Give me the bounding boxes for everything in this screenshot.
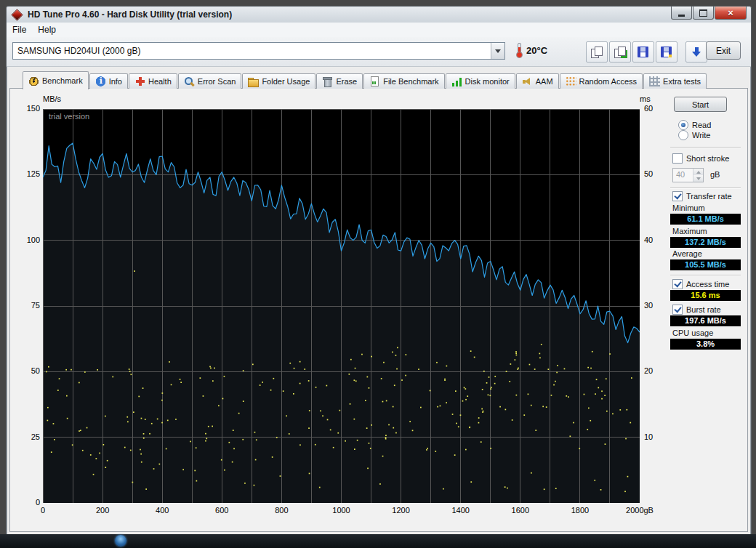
thermometer-icon bbox=[515, 43, 523, 58]
maximize-button[interactable] bbox=[693, 7, 714, 20]
aam-icon bbox=[522, 76, 533, 86]
window-controls: × bbox=[670, 7, 747, 20]
save-add-icon bbox=[660, 46, 673, 59]
average-value: 105.5 MB/s bbox=[670, 259, 741, 270]
tab-label: File Benchmark bbox=[383, 77, 438, 86]
access-time-label: Access time bbox=[686, 280, 729, 289]
tab-benchmark[interactable]: Benchmark bbox=[23, 71, 89, 89]
combo-dropdown-button[interactable] bbox=[491, 43, 504, 59]
write-radio-label: Write bbox=[692, 131, 710, 140]
menu-file[interactable]: File bbox=[7, 23, 32, 36]
app-icon bbox=[11, 9, 23, 21]
right-axis-tick: 20 bbox=[644, 366, 653, 375]
start-orb[interactable] bbox=[115, 535, 126, 547]
average-label: Average bbox=[672, 249, 702, 258]
transfer-rate-checkbox[interactable]: Transfer rate bbox=[672, 191, 732, 201]
tab-health[interactable]: Health bbox=[129, 73, 177, 89]
left-axis-tick: 75 bbox=[10, 301, 40, 310]
x-axis-tick: 0 bbox=[41, 506, 45, 515]
random-access-icon bbox=[566, 76, 576, 86]
file-benchmark-icon bbox=[369, 76, 380, 86]
spinner-down-button[interactable] bbox=[693, 175, 703, 182]
extra-tests-icon bbox=[649, 76, 660, 86]
export-button[interactable] bbox=[685, 41, 707, 63]
tab-label: Erase bbox=[336, 77, 357, 86]
tab-info[interactable]: Info bbox=[89, 73, 128, 89]
x-axis-tick: 1600 bbox=[512, 506, 529, 515]
chart-canvas bbox=[43, 109, 640, 503]
tab-error-scan[interactable]: Error Scan bbox=[178, 73, 242, 89]
burst-rate-checkbox[interactable]: Burst rate bbox=[672, 305, 721, 315]
toolbar-buttons bbox=[586, 41, 709, 63]
checkbox-icon bbox=[672, 305, 683, 315]
short-stroke-checkbox[interactable]: Short stroke bbox=[672, 153, 729, 164]
start-button[interactable]: Start bbox=[674, 97, 727, 112]
menu-help[interactable]: Help bbox=[32, 23, 62, 36]
tab-label: Error Scan bbox=[198, 77, 236, 86]
left-axis-tick: 150 bbox=[10, 104, 40, 113]
drive-select[interactable]: SAMSUNG HD204UI (2000 gB) bbox=[12, 42, 505, 60]
close-button[interactable]: × bbox=[715, 7, 747, 20]
access-time-checkbox[interactable]: Access time bbox=[672, 279, 729, 289]
write-radio[interactable]: Write bbox=[678, 130, 710, 140]
tab-folder-usage[interactable]: Folder Usage bbox=[242, 73, 315, 89]
trial-watermark: trial version bbox=[49, 112, 89, 121]
window-title: HD Tune Pro 4.60 - Hard Disk Utility (tr… bbox=[28, 9, 232, 20]
checkbox-icon bbox=[672, 191, 683, 201]
maximize-icon bbox=[699, 9, 707, 17]
left-axis-tick: 0 bbox=[10, 498, 40, 507]
toolbar: SAMSUNG HD204UI (2000 gB) 20°C Exit bbox=[7, 37, 751, 67]
tab-label: Disk monitor bbox=[465, 77, 510, 86]
right-axis-tick: 60 bbox=[644, 104, 653, 113]
burst-rate-value: 197.6 MB/s bbox=[670, 315, 741, 326]
minimum-value: 61.1 MB/s bbox=[670, 214, 741, 225]
tab-random-access[interactable]: Random Access bbox=[560, 73, 643, 89]
separator bbox=[670, 275, 741, 276]
right-axis-tick: 40 bbox=[644, 235, 653, 244]
minimize-icon bbox=[678, 15, 685, 17]
x-axis-tick: 200 bbox=[96, 506, 109, 515]
copy-screenshot-button[interactable] bbox=[586, 41, 608, 63]
read-radio[interactable]: Read bbox=[678, 120, 711, 130]
erase-icon bbox=[322, 76, 333, 86]
close-icon: × bbox=[728, 7, 733, 18]
taskbar[interactable] bbox=[0, 534, 756, 548]
tab-extra-tests[interactable]: Extra tests bbox=[643, 73, 707, 89]
tab-disk-monitor[interactable]: Disk monitor bbox=[446, 73, 515, 89]
left-axis-tick: 25 bbox=[10, 432, 40, 441]
copy-add-icon bbox=[614, 46, 627, 59]
tab-label: AAM bbox=[536, 77, 553, 86]
exit-button[interactable]: Exit bbox=[706, 41, 741, 60]
minimize-button[interactable] bbox=[671, 7, 692, 20]
copy-results-button[interactable] bbox=[609, 41, 631, 63]
tab-erase[interactable]: Erase bbox=[316, 73, 363, 89]
app-window: HD Tune Pro 4.60 - Hard Disk Utility (tr… bbox=[6, 6, 752, 536]
down-arrow-icon bbox=[690, 46, 703, 59]
menubar: File Help bbox=[7, 23, 751, 38]
spinner-arrows bbox=[693, 169, 703, 182]
short-stroke-spinner[interactable]: 40 bbox=[672, 168, 704, 182]
save-screenshot-button[interactable] bbox=[632, 41, 654, 63]
tabstrip: BenchmarkInfoHealthError ScanFolder Usag… bbox=[23, 71, 748, 89]
tab-label: Info bbox=[109, 77, 122, 86]
titlebar[interactable]: HD Tune Pro 4.60 - Hard Disk Utility (tr… bbox=[7, 7, 751, 23]
spinner-up-button[interactable] bbox=[693, 169, 703, 175]
tab-aam[interactable]: AAM bbox=[516, 73, 559, 89]
health-icon bbox=[134, 76, 145, 86]
short-stroke-unit: gB bbox=[710, 170, 720, 179]
x-axis-tick: 1400 bbox=[451, 506, 469, 515]
drive-select-value: SAMSUNG HD204UI (2000 gB) bbox=[13, 46, 491, 56]
checkbox-icon bbox=[672, 279, 683, 289]
read-radio-label: Read bbox=[692, 121, 711, 129]
tab-file-benchmark[interactable]: File Benchmark bbox=[363, 73, 444, 89]
x-axis-tick: 1000 bbox=[332, 506, 350, 515]
separator bbox=[670, 188, 741, 189]
left-axis-tick: 125 bbox=[10, 169, 40, 178]
separator bbox=[670, 147, 741, 148]
disk-monitor-icon bbox=[451, 76, 462, 86]
short-stroke-label: Short stroke bbox=[686, 154, 729, 163]
x-axis-tick: 1800 bbox=[571, 506, 589, 515]
transfer-rate-label: Transfer rate bbox=[686, 192, 732, 201]
tab-label: Benchmark bbox=[42, 76, 83, 85]
save-results-button[interactable] bbox=[656, 41, 677, 63]
